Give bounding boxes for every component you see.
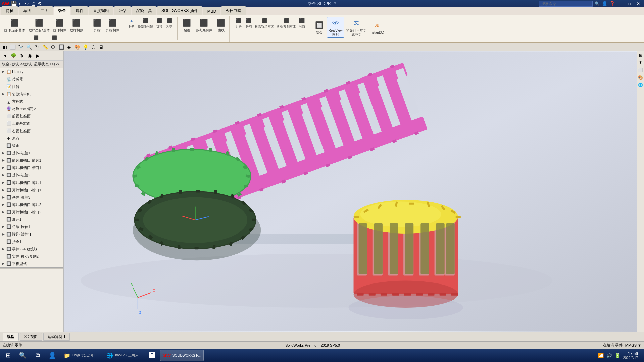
sidebar-expand-icon[interactable]: ▶ (34, 52, 41, 59)
quick-access-save[interactable]: 💾 (11, 1, 17, 6)
btn-banjin-view[interactable]: 🔲 钣金 (313, 19, 326, 35)
tab-xuanran[interactable]: 渲染工具 (132, 6, 156, 15)
status-units[interactable]: MMGS ▼ (625, 343, 641, 347)
cmd-display4[interactable]: 🎨 (74, 44, 81, 50)
tab-hanjian[interactable]: 焊件 (71, 6, 88, 15)
tab-qumian[interactable]: 曲面 (36, 6, 53, 15)
cmd-display1[interactable]: ⬡ (50, 44, 56, 50)
btn-zhejiao[interactable]: ▲ 折角 (127, 17, 136, 29)
minimize-btn[interactable]: ─ (617, 1, 624, 6)
quick-access-options[interactable]: ⚙ (38, 1, 42, 6)
btn-baoguo[interactable]: ⬛ 包覆 (180, 17, 194, 33)
cmd-display2[interactable]: 🔲 (58, 44, 64, 50)
quick-access-redo[interactable]: ↪ (25, 1, 29, 6)
tab-3dview[interactable]: 3D 视图 (20, 333, 42, 341)
tree-item-tab-slot-tab1[interactable]: ▶ 🔲 薄片和槽口-薄片1 (0, 157, 63, 164)
cmd-section[interactable]: ⬜ (9, 44, 16, 50)
tab-caotu[interactable]: 草图 (19, 6, 36, 15)
cmd-display6[interactable]: ⬡ (90, 44, 97, 50)
btn-translate[interactable]: 文 将设计用英文成中文 (345, 17, 368, 37)
tab-tezheng[interactable]: 特征 (1, 6, 18, 15)
cmd-view[interactable]: 🔭 (17, 44, 24, 50)
tab-pinggu[interactable]: 评估 (114, 6, 131, 15)
right-section-icon[interactable]: ⬜ (638, 67, 644, 73)
tree-item-pattern[interactable]: ▶ 🔲 阵列(线性)1 (0, 230, 63, 238)
sidebar-config-icon[interactable]: ◉ (26, 52, 33, 59)
search-icon[interactable]: 🔍 (595, 1, 600, 6)
sidebar-filter-icon[interactable]: ▼ (2, 52, 9, 59)
taskbar-solidworks[interactable]: SW SOLIDWORKS P... (160, 350, 204, 361)
tree-item-sheetmetal[interactable]: 🔲 钣金 (0, 142, 63, 149)
right-appearance-icon[interactable]: 🎨 (638, 74, 644, 81)
btn-fenge[interactable]: ⬛ 分割 (244, 17, 253, 29)
btn-yidong[interactable]: ⬛ 移动/复制实体 (276, 17, 297, 29)
taskbar-search[interactable]: 🔍 (16, 350, 30, 361)
tree-item-right[interactable]: ⬜ 右视基准面 (0, 127, 63, 135)
btn-lashen[interactable]: ⬛ 拉伸凸台/基体 (3, 17, 27, 33)
tab-zhijie[interactable]: 直接编辑 (89, 6, 113, 15)
btn-quxian[interactable]: ⬛ 曲线 (214, 17, 228, 33)
tree-item-base-flange3[interactable]: ▶ 🔲 基体-法兰3 (0, 194, 63, 201)
tree-item-base-flange1[interactable]: ▶ 🔲 基体-法兰1 (0, 149, 63, 157)
cmd-display3[interactable]: ◈ (66, 44, 72, 50)
btn-instant3d[interactable]: 3D Instant3D (368, 19, 386, 35)
right-orient-icon[interactable]: ⊞ (638, 52, 644, 58)
btn-fangyang[interactable]: ⬛ 放样凸台/基体 (27, 17, 51, 33)
quick-access-undo[interactable]: ↩ (19, 1, 23, 6)
taskbar-browser[interactable]: 🌐 hao123_上网从... (103, 350, 144, 361)
tab-solidworks[interactable]: SOLIDWORKS 插件 (157, 6, 202, 15)
tree-item-tab-slot-tab3[interactable]: ▶ 🔲 薄片和槽口-薄片2 (0, 201, 63, 208)
show-desktop-btn[interactable] (641, 350, 643, 361)
tree-item-equations[interactable]: ∑ 方程式 (0, 98, 63, 105)
btn-shanchu[interactable]: ⬛ 删除/保留实体 (254, 17, 275, 29)
tree-item-flat-pattern[interactable]: ▶ 🔲 平板型式 (0, 260, 63, 267)
btn-bamo[interactable]: ⬛ 拔模 (155, 17, 164, 29)
btn-lashen-cut[interactable]: ⬛ 拉伸切除 (52, 17, 68, 33)
taskbar-taskview[interactable]: ⧉ (31, 350, 44, 361)
tree-item-fold[interactable]: 🔲 折叠1 (0, 238, 63, 245)
cmd-measure[interactable]: 📏 (42, 44, 48, 50)
btn-liezhenbendanxian[interactable]: ⬛ 绘制折弯线 (137, 17, 154, 29)
sidebar-property-icon[interactable]: ⊕ (18, 52, 25, 59)
quick-access-print[interactable]: 🖨 (31, 1, 36, 6)
restore-btn[interactable]: □ (626, 1, 633, 6)
cmd-rotate[interactable]: ↻ (34, 44, 40, 50)
tree-item-sensor[interactable]: 📡 传感器 (0, 75, 63, 83)
tree-item-history[interactable]: ▶ 📋 History (0, 68, 63, 75)
taskbar-start[interactable]: ⊞ (1, 350, 15, 361)
cmd-display5[interactable]: 💡 (82, 44, 89, 50)
user-icon[interactable]: 👤 (602, 1, 607, 6)
help-icon[interactable]: ❓ (609, 1, 615, 6)
tab-mbd[interactable]: MBD (203, 7, 221, 15)
btn-wanqu[interactable]: ⬛ 弯曲 (297, 17, 307, 29)
taskbar-user[interactable]: 👤 (46, 350, 59, 361)
tree-item-move-copy[interactable]: 🔲 实体-移动/复制2 (0, 253, 63, 260)
tree-item-top[interactable]: ⬜ 上视基准面 (0, 120, 63, 127)
btn-saomiao[interactable]: ⬛ 扫描 (91, 17, 104, 33)
btn-cankao[interactable]: ⬛ 参考几何体 (194, 17, 214, 33)
btn-fangyang-cut[interactable]: ⬛ 放样切割 (68, 17, 85, 33)
tab-jinri[interactable]: 今日制造 (221, 6, 246, 15)
tree-item-front[interactable]: ⬜ 前视基准面 (0, 112, 63, 120)
taskbar-filemanager[interactable]: 📁 H:\微信公众号\0... (60, 350, 102, 361)
tree-item-cutlist[interactable]: ▶ 📋 切割清单(6) (0, 90, 63, 98)
cmd-display7[interactable]: 🖥 (98, 44, 105, 50)
search-input[interactable] (539, 1, 593, 7)
tree-item-unfold[interactable]: 🔲 展开1 (0, 216, 63, 223)
cmd-orient[interactable]: ◧ (1, 44, 8, 50)
tree-item-base-flange2[interactable]: ▶ 🔲 基体-法兰2 (0, 171, 63, 179)
tab-banjin[interactable]: 钣金 (54, 6, 70, 15)
btn-realview[interactable]: 👁 RealView图形 (327, 17, 344, 38)
sidebar-splitter[interactable] (0, 267, 63, 269)
tab-motion[interactable]: 运动算例 1 (43, 333, 70, 341)
cmd-zoom[interactable]: 🔍 (26, 44, 32, 50)
btn-zuhe[interactable]: ⬛ 组合 (234, 17, 243, 29)
right-scenes-icon[interactable]: 🌐 (638, 82, 644, 88)
tree-item-annotation[interactable]: 📝 注解 (0, 83, 63, 90)
close-btn[interactable]: ✕ (635, 1, 642, 6)
tab-model[interactable]: 模型 (3, 333, 19, 341)
btn-bianjie[interactable]: ⬛ 边界凸台/基体 (26, 34, 47, 43)
sidebar-featuretree-icon[interactable]: 🌳 (10, 52, 17, 59)
btn-xiangjiao[interactable]: ⬛ 相交 (165, 17, 174, 29)
viewport[interactable]: x y z (64, 51, 637, 332)
